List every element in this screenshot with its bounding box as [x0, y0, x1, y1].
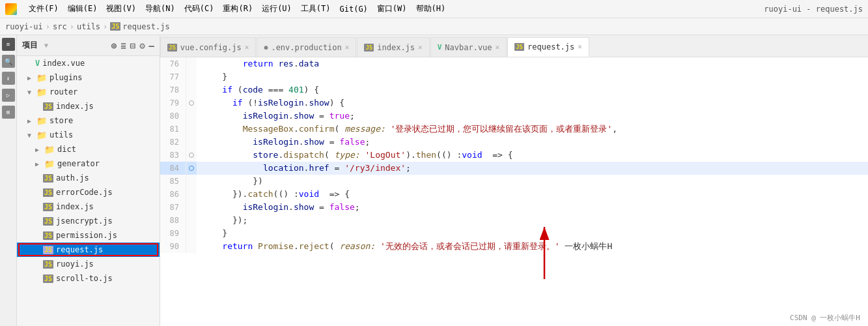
breadcrumb-file-icon: JS	[110, 22, 120, 31]
code-line: 83 store.dispatch( type: 'LogOut').then(…	[160, 149, 868, 162]
app-logo	[5, 3, 17, 15]
menu-file[interactable]: 文件(F)	[25, 2, 63, 16]
code-line: 87 isRelogin.show = false;	[160, 201, 868, 214]
code-line: 82 isRelogin.show = false;	[160, 136, 868, 149]
menu-code[interactable]: 代码(C)	[180, 2, 218, 16]
tree-item-auth[interactable]: JS auth.js	[17, 171, 160, 185]
js-icon: JS	[43, 246, 53, 254]
folder-icon: 📁	[36, 87, 47, 97]
tree-item-permission[interactable]: JS permission.js	[17, 228, 160, 243]
code-line: 80 isRelogin.show = true;	[160, 110, 868, 123]
vue-icon: V	[438, 43, 442, 52]
folder-icon: 📁	[44, 159, 55, 169]
code-line: 77 }	[160, 70, 868, 83]
js-icon: JS	[43, 260, 53, 269]
js-icon: JS	[43, 174, 53, 183]
breadcrumb-item-root[interactable]: ruoyi-ui	[5, 22, 43, 31]
js-icon: JS	[43, 231, 53, 240]
menu-tools[interactable]: 工具(T)	[297, 2, 335, 16]
folder-icon: 📁	[36, 130, 47, 140]
menu-navigate[interactable]: 导航(N)	[141, 2, 179, 16]
tree-item-router[interactable]: ▼ 📁 router	[17, 85, 160, 99]
breadcrumb-item-file[interactable]: request.js	[122, 22, 169, 31]
vue-icon: V	[35, 59, 40, 68]
watermark: CSDN @ 一枚小蜗牛H	[787, 312, 863, 323]
tab-close[interactable]: ✕	[245, 43, 249, 52]
code-editor[interactable]: 76 return res.data 77 } 78 if (code === …	[160, 57, 868, 326]
code-line: 85 })	[160, 175, 868, 188]
activity-search[interactable]: 🔍	[2, 55, 15, 68]
tree-item-scroll[interactable]: JS scroll-to.js	[17, 271, 160, 286]
tab-request-js[interactable]: JS request.js ✕	[507, 37, 589, 57]
activity-debug[interactable]: ▷	[2, 89, 15, 102]
tab-env-production[interactable]: ● .env.production ✕	[257, 37, 356, 57]
tree-item-store[interactable]: ▶ 📁 store	[17, 113, 160, 128]
sidebar-title: 项目	[22, 40, 38, 51]
folder-icon: 📁	[36, 116, 47, 126]
js-icon: JS	[43, 274, 53, 283]
activity-bar: ≡ 🔍 ↕ ▷ ⊞	[0, 35, 17, 326]
js-icon: JS	[43, 188, 53, 197]
code-line: 79 if (!isRelogin.show) {	[160, 96, 868, 110]
menu-git[interactable]: Git(G)	[336, 3, 372, 15]
tree-item-index-vue[interactable]: V index.vue	[17, 56, 160, 70]
tab-bar: JS vue.config.js ✕ ● .env.production ✕ J…	[160, 35, 868, 57]
sidebar-icon-plus[interactable]: ⊕	[111, 40, 117, 51]
tree-item-ruoyi[interactable]: JS ruoyi.js	[17, 257, 160, 271]
menu-bar: 文件(F) 编辑(E) 视图(V) 导航(N) 代码(C) 重构(R) 运行(U…	[25, 2, 449, 16]
code-line: 89 }	[160, 227, 868, 240]
tree-item-index[interactable]: JS index.js	[17, 200, 160, 214]
code-line: 81 MessageBox.confirm( message: '登录状态已过期…	[160, 123, 868, 136]
tree-item-generator[interactable]: ▶ 📁 generator	[17, 156, 160, 171]
sidebar-icon-close[interactable]: —	[149, 40, 154, 51]
breadcrumb-item-src[interactable]: src	[53, 22, 67, 31]
js-icon: JS	[43, 203, 53, 211]
main-layout: ≡ 🔍 ↕ ▷ ⊞ 项目 ▼ ⊕ ≡ ⊟ ⚙ — V index.vue ▶ 📁…	[0, 35, 868, 326]
menu-window[interactable]: 窗口(W)	[373, 2, 411, 16]
sidebar-icon-collapse[interactable]: ⊟	[130, 40, 135, 51]
breadcrumb-item-utils[interactable]: utils	[77, 22, 100, 31]
js-icon: JS	[364, 44, 374, 52]
sidebar-icon-list[interactable]: ≡	[120, 40, 126, 51]
menu-run[interactable]: 运行(U)	[258, 2, 296, 16]
tree-item-dict[interactable]: ▶ 📁 dict	[17, 142, 160, 156]
tree-item-router-index[interactable]: JS index.js	[17, 99, 160, 113]
js-icon: JS	[43, 102, 53, 111]
tab-navbar-vue[interactable]: V Navbar.vue ✕	[430, 37, 507, 57]
menu-refactor[interactable]: 重构(R)	[219, 2, 257, 16]
activity-explorer[interactable]: ≡	[2, 38, 15, 51]
tab-close[interactable]: ✕	[418, 43, 423, 52]
tab-index-js[interactable]: JS index.js ✕	[357, 37, 429, 57]
tab-close[interactable]: ✕	[496, 43, 500, 52]
js-icon: JS	[167, 44, 177, 52]
tree-item-jsencrypt[interactable]: JS jsencrypt.js	[17, 214, 160, 228]
code-line: 76 return res.data	[160, 57, 868, 70]
tree-item-plugins[interactable]: ▶ 📁 plugins	[17, 70, 160, 85]
title-bar: 文件(F) 编辑(E) 视图(V) 导航(N) 代码(C) 重构(R) 运行(U…	[0, 0, 868, 18]
tree-item-utils[interactable]: ▼ 📁 utils	[17, 128, 160, 142]
code-lines: 76 return res.data 77 } 78 if (code === …	[160, 57, 868, 253]
code-line: 90 return Promise.reject( reason: '无效的会话…	[160, 240, 868, 253]
js-icon: JS	[43, 217, 53, 226]
menu-help[interactable]: 帮助(H)	[412, 2, 450, 16]
breadcrumb: ruoyi-ui › src › utils › JS request.js	[0, 18, 868, 35]
sidebar: 项目 ▼ ⊕ ≡ ⊟ ⚙ — V index.vue ▶ 📁 plugins ▼…	[17, 35, 160, 326]
folder-icon: 📁	[44, 145, 55, 155]
menu-edit[interactable]: 编辑(E)	[64, 2, 102, 16]
code-line: 78 if (code === 401) {	[160, 83, 868, 96]
code-line: 88 });	[160, 214, 868, 227]
js-icon: JS	[514, 43, 524, 51]
menu-view[interactable]: 视图(V)	[102, 2, 140, 16]
tree-item-request[interactable]: JS request.js	[17, 243, 160, 257]
tab-close[interactable]: ✕	[578, 42, 582, 51]
editor-area: JS vue.config.js ✕ ● .env.production ✕ J…	[160, 35, 868, 326]
tree-item-errorcode[interactable]: JS errorCode.js	[17, 185, 160, 200]
window-title: ruoyi-ui - request.js	[764, 5, 863, 14]
activity-extensions[interactable]: ⊞	[2, 106, 15, 119]
sidebar-icon-settings[interactable]: ⚙	[139, 40, 145, 51]
tab-vue-config[interactable]: JS vue.config.js ✕	[160, 37, 256, 57]
folder-icon: 📁	[36, 73, 47, 83]
code-line: 84 location.href = '/ry3/index';	[160, 162, 868, 175]
activity-git[interactable]: ↕	[2, 72, 15, 85]
tab-close[interactable]: ✕	[345, 43, 350, 52]
